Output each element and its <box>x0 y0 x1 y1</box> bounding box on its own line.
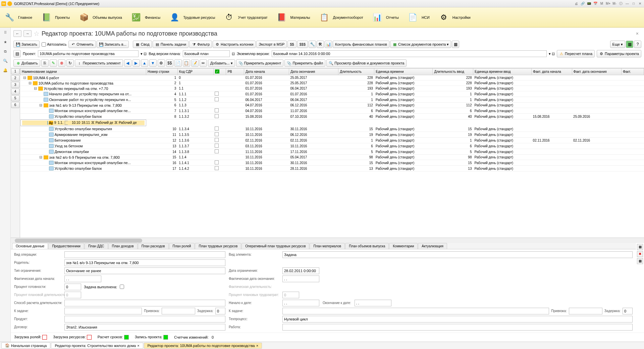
tab-9[interactable]: План объемов выпуска <box>345 243 389 249</box>
product-field[interactable] <box>64 316 225 322</box>
copy-icon[interactable]: ⧉ <box>2 48 8 54</box>
extra-button[interactable]: ▦ <box>452 41 459 48</box>
table-row[interactable]: Монтаж опорных конструкций опалубки пе..… <box>20 108 644 114</box>
recalc-button[interactable]: ⚠Пересчет плана <box>557 50 595 57</box>
element-field[interactable]: Задача <box>282 251 633 258</box>
save-as-button[interactable]: 💾Записать в... <box>97 41 129 48</box>
table-row[interactable]: ⊟зхв №1 в/о 9-13 Перекрытие на отм. 7,80… <box>20 103 644 108</box>
r3-icon[interactable]: ▦ <box>637 258 643 264</box>
link-icon[interactable]: 🔗 <box>580 1 585 6</box>
col-header[interactable]: РВ <box>226 68 244 75</box>
col-header[interactable]: Факт. дата начала <box>532 68 572 75</box>
arrow-up-button[interactable]: ▲ <box>141 59 148 67</box>
table-row[interactable]: Армирование перекрытия_изм 111.1.3.5 10.… <box>20 132 644 138</box>
tab-5[interactable]: План ролей <box>169 243 195 249</box>
col-header[interactable]: Единица времени ввод <box>473 68 531 75</box>
add2-button[interactable]: Добавить...▾ <box>208 59 235 67</box>
r2-icon[interactable]: ✖ <box>637 251 643 257</box>
checkbox-icon[interactable] <box>215 144 219 148</box>
table-row[interactable]: Устройство опалубки балок 81.1.3.2 15.08… <box>20 114 644 119</box>
tab-11[interactable]: Актуализация <box>418 243 447 249</box>
table-row[interactable]: ⊟зхв №2 в/о 6-9 Перекрытие на отм. 7,800… <box>20 155 644 160</box>
green-button[interactable]: ▦ <box>626 41 633 48</box>
checkbox-icon[interactable] <box>215 132 219 136</box>
bell-icon[interactable]: 🔔 <box>2 67 8 73</box>
version-select[interactable]: Базовый план 14.10.2016 0:00:00 <box>272 50 547 57</box>
attach-file-button[interactable]: 📎Прикрепить файл <box>284 59 325 67</box>
menu-Документооборот[interactable]: 📋Документооборот <box>318 11 363 23</box>
tab-0[interactable]: Основные данные <box>12 243 48 249</box>
bottom-tab[interactable]: Редактор проекта: 10UMA работы по подгот… <box>144 343 262 349</box>
tab-7[interactable]: Оперативный план трудовых ресурсов <box>241 243 309 249</box>
proj-params-button[interactable]: ⚙Параметры проекта <box>597 50 641 57</box>
table-row[interactable]: Монтаж опорных конструкций опалубки пе..… <box>20 160 644 166</box>
checkbox-icon[interactable] <box>215 166 219 170</box>
plan-select[interactable]: Базовый план <box>183 50 230 57</box>
work-field[interactable] <box>282 324 633 331</box>
delay-field[interactable]: 0 <box>215 308 225 314</box>
doc1-button[interactable]: 📄 <box>174 59 182 67</box>
forward-button[interactable]: → <box>23 30 32 37</box>
table-row[interactable]: ⊟Устройство перекрытий на отм. +7.70 31.… <box>20 86 644 91</box>
operation-field[interactable] <box>64 251 225 258</box>
money1-button[interactable]: $$ <box>287 41 296 48</box>
svod-button[interactable]: ▦Свод <box>133 41 152 48</box>
columns-button[interactable]: ⚙Настроить колонки <box>213 41 256 48</box>
col-header[interactable]: Факт. <box>621 68 644 75</box>
checkbox-icon[interactable] <box>215 108 219 112</box>
task-grid[interactable]: Наименование задачиНомер строкиКод СДР✓Р… <box>20 68 644 238</box>
checkbox-icon[interactable] <box>65 121 68 125</box>
view-files-button[interactable]: 🔍Просмотр файлов и документов проекта <box>326 59 407 67</box>
table-row[interactable]: Устройство опалубки балок 171.1.4.2 10.1… <box>20 166 644 171</box>
col-header[interactable]: Дата окончания <box>289 68 338 75</box>
col-header[interactable]: Наименование задачи <box>20 68 146 75</box>
menu-Учет трудозатрат[interactable]: ⏱Учет трудозатрат <box>223 11 267 23</box>
checkbox-icon[interactable] <box>215 92 219 96</box>
expand-icon[interactable]: ⊟ <box>34 86 37 91</box>
menu-Трудовые ресурсы[interactable]: 👤Трудовые ресурсы <box>168 11 215 23</box>
pencil-button[interactable]: ✏ <box>200 59 207 67</box>
checkbox-icon[interactable] <box>215 114 219 118</box>
maximize-icon[interactable]: □ <box>631 1 636 6</box>
start-date-field[interactable]: . . <box>282 300 319 306</box>
col-header[interactable]: Длительность <box>338 68 374 75</box>
calendar-icon[interactable]: 📅 <box>593 1 598 6</box>
expand-icon[interactable]: ⊟ <box>29 81 32 85</box>
close-page-icon[interactable]: × <box>636 31 641 36</box>
refresh-button[interactable]: ↻ <box>66 59 74 67</box>
help-button[interactable]: ? <box>634 41 641 48</box>
col-header[interactable]: Единица времени <box>374 68 433 75</box>
project-select[interactable]: 10UMA работы по подготовке производства <box>38 50 139 57</box>
favorite-icon[interactable]: ☆ <box>34 30 40 38</box>
back-button[interactable]: ← <box>13 30 21 37</box>
menu-НСИ[interactable]: 📄НСИ <box>407 11 430 23</box>
checkbox-icon[interactable] <box>215 138 219 142</box>
info-icon[interactable]: ⓘ <box>618 1 624 6</box>
col-header[interactable]: Дата начала <box>244 68 289 75</box>
autosave-checkbox[interactable] <box>42 42 46 47</box>
copy-button[interactable]: ⎘ <box>41 59 49 67</box>
fincontrol-button[interactable]: Контроль финансовых планов <box>333 41 389 48</box>
arrow-down-button[interactable]: ▼ <box>149 59 157 67</box>
checkbox-icon[interactable] <box>215 127 219 131</box>
star-icon[interactable]: ★ <box>2 39 8 45</box>
table-row[interactable]: Окончание работ по устройству перекрытия… <box>20 97 644 103</box>
search-icon[interactable]: 🔍 <box>2 58 8 64</box>
col-header[interactable]: Длительность ввод <box>433 68 473 75</box>
fact-end-field[interactable]: . . <box>282 276 319 282</box>
tab-close-icon[interactable]: × <box>256 344 258 348</box>
delete-button[interactable]: ⊗ <box>58 59 65 67</box>
attach-doc-button[interactable]: 📎Прикрепить документ <box>236 59 284 67</box>
close-icon[interactable]: ✕ <box>637 1 643 6</box>
menu-Финансы[interactable]: 💹Финансы <box>130 11 160 23</box>
bottom-tab[interactable]: 🏠Начальная страница <box>1 342 50 349</box>
export-button[interactable]: Экспорт в MSP <box>256 41 287 48</box>
checkbox-icon[interactable] <box>215 149 219 153</box>
edit-button[interactable]: ✎ <box>50 59 57 67</box>
calc-icon[interactable]: 📟 <box>586 1 592 6</box>
m-plus-btn[interactable]: M+ <box>605 1 611 6</box>
print-icon[interactable]: 🖨 <box>574 1 579 6</box>
doc2-button[interactable]: 📋 <box>183 59 190 67</box>
move-button[interactable]: ↕Переместить элемент <box>75 59 123 67</box>
menu-Главное[interactable]: 🔧Главное <box>3 11 32 23</box>
